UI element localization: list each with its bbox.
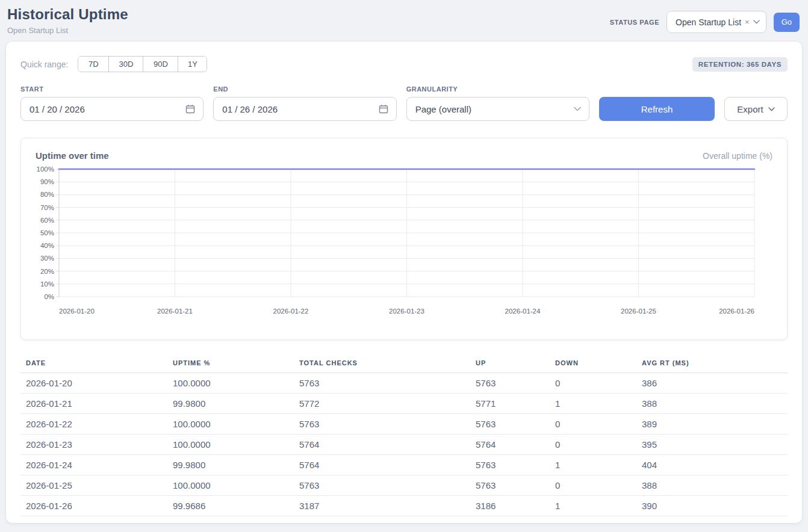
status-page-label: STATUS PAGE: [610, 19, 659, 26]
svg-text:2026-01-22: 2026-01-22: [273, 308, 309, 315]
page-subtitle: Open Startup List: [7, 26, 128, 35]
table-cell: 3187: [294, 496, 470, 516]
table-cell: 1: [550, 394, 636, 414]
end-date-field-wrap: END 01 / 26 / 2026: [213, 85, 396, 121]
calendar-icon[interactable]: [379, 104, 388, 114]
table-cell: 5763: [294, 475, 470, 496]
header-controls: STATUS PAGE Open Startup List × Go: [610, 11, 800, 33]
table-row: 2026-01-23100.0000576457640395: [20, 435, 788, 455]
uptime-table: DATEUPTIME %TOTAL CHECKSUPDOWNAVG RT (MS…: [20, 356, 788, 516]
svg-text:2026-01-24: 2026-01-24: [505, 308, 541, 315]
table-cell: 395: [636, 435, 788, 455]
table-cell: 3186: [470, 496, 550, 516]
quick-range-group: 7D 30D 90D 1Y: [78, 56, 207, 72]
table-cell: 5763: [294, 414, 470, 435]
table-cell: 2026-01-25: [20, 475, 167, 496]
quick-range-1y-button[interactable]: 1Y: [178, 57, 207, 72]
export-label: Export: [737, 104, 763, 114]
table-cell: 2026-01-26: [20, 496, 167, 516]
table-cell: 386: [636, 373, 788, 394]
end-date-input[interactable]: 01 / 26 / 2026: [213, 97, 396, 121]
table-cell: 5763: [470, 475, 550, 496]
svg-text:60%: 60%: [40, 217, 54, 224]
table-cell: 390: [636, 496, 788, 516]
table-row: 2026-01-2499.9800576457631404: [20, 455, 788, 475]
table-cell: 0: [550, 475, 636, 496]
table-row: 2026-01-25100.0000576357630388: [20, 475, 788, 496]
export-button[interactable]: Export: [724, 97, 788, 121]
status-page-select-value: Open Startup List: [676, 17, 741, 27]
table-row: 2026-01-22100.0000576357630389: [20, 414, 788, 435]
quick-range-30d-button[interactable]: 30D: [108, 57, 143, 72]
retention-badge: RETENTION: 365 DAYS: [692, 57, 788, 72]
svg-text:10%: 10%: [40, 280, 54, 288]
svg-text:50%: 50%: [40, 229, 54, 237]
column-header: DOWN: [550, 356, 636, 373]
page-title: Historical Uptime: [7, 6, 128, 23]
page-header: Historical Uptime Open Startup List STAT…: [0, 0, 808, 35]
svg-text:40%: 40%: [40, 242, 54, 249]
granularity-field-wrap: GRANULARITY Page (overall): [406, 85, 589, 121]
table-header: DATEUPTIME %TOTAL CHECKSUPDOWNAVG RT (MS…: [20, 356, 788, 373]
table-cell: 5763: [470, 414, 550, 435]
chart-legend: Overall uptime (%): [703, 151, 772, 161]
table-cell: 5764: [294, 435, 470, 455]
table-cell: 389: [636, 414, 788, 435]
table-cell: 99.9800: [167, 394, 294, 414]
table-cell: 2026-01-24: [20, 455, 167, 475]
table-cell: 100.0000: [167, 475, 294, 496]
table-cell: 2026-01-23: [20, 435, 167, 455]
table-cell: 1: [550, 496, 636, 516]
table-cell: 5764: [294, 455, 470, 475]
svg-text:0%: 0%: [44, 293, 54, 300]
go-button[interactable]: Go: [774, 13, 800, 32]
quick-range-7d-button[interactable]: 7D: [78, 57, 108, 72]
table-cell: 388: [636, 394, 788, 414]
table-row: 2026-01-2199.9800577257711388: [20, 394, 788, 414]
start-date-value: 01 / 20 / 2026: [30, 104, 85, 114]
table-cell: 100.0000: [167, 414, 294, 435]
table-cell: 5764: [470, 435, 550, 455]
table-cell: 0: [550, 414, 636, 435]
end-date-value: 01 / 26 / 2026: [222, 104, 278, 114]
chart-title: Uptime over time: [36, 150, 109, 161]
table-cell: 388: [636, 475, 788, 496]
svg-text:2026-01-26: 2026-01-26: [719, 308, 754, 315]
table-cell: 2026-01-21: [20, 394, 167, 414]
column-header: UPTIME %: [167, 356, 294, 373]
table-cell: 5771: [470, 394, 550, 414]
svg-text:2026-01-20: 2026-01-20: [59, 308, 95, 315]
table-cell: 100.0000: [167, 373, 294, 394]
quick-range-label: Quick range:: [20, 60, 68, 69]
table-cell: 1: [550, 455, 636, 475]
refresh-button[interactable]: Refresh: [599, 97, 715, 121]
table-cell: 0: [550, 373, 636, 394]
uptime-chart-card: Uptime over time Overall uptime (%) 0%10…: [20, 138, 788, 340]
table-cell: 5763: [470, 455, 550, 475]
quick-range-row: Quick range: 7D 30D 90D 1Y RETENTION: 36…: [20, 56, 788, 72]
table-cell: 5763: [294, 373, 470, 394]
column-header: AVG RT (MS): [636, 356, 788, 373]
status-page-select[interactable]: Open Startup List ×: [667, 11, 766, 33]
clear-selection-icon[interactable]: ×: [745, 18, 750, 26]
start-date-input[interactable]: 01 / 20 / 2026: [20, 97, 204, 121]
granularity-label: GRANULARITY: [406, 85, 589, 93]
granularity-select[interactable]: Page (overall): [406, 97, 589, 121]
end-label: END: [213, 85, 396, 93]
svg-text:80%: 80%: [40, 191, 54, 198]
column-header: TOTAL CHECKS: [294, 356, 470, 373]
table-cell: 404: [636, 455, 788, 475]
table-cell: 5772: [294, 394, 470, 414]
svg-text:100%: 100%: [37, 165, 54, 173]
start-label: START: [20, 85, 204, 93]
table-row: 2026-01-20100.0000576357630386: [20, 373, 788, 394]
calendar-icon[interactable]: [185, 104, 195, 114]
svg-text:2026-01-21: 2026-01-21: [157, 308, 193, 315]
table-cell: 0: [550, 435, 636, 455]
column-header: DATE: [20, 356, 167, 373]
chevron-down-icon: [574, 107, 581, 111]
uptime-line-chart: 0%10%20%30%40%50%60%70%80%90%100%2026-01…: [36, 164, 772, 322]
svg-text:20%: 20%: [40, 268, 54, 275]
svg-text:2026-01-25: 2026-01-25: [621, 308, 656, 315]
quick-range-90d-button[interactable]: 90D: [143, 57, 178, 72]
